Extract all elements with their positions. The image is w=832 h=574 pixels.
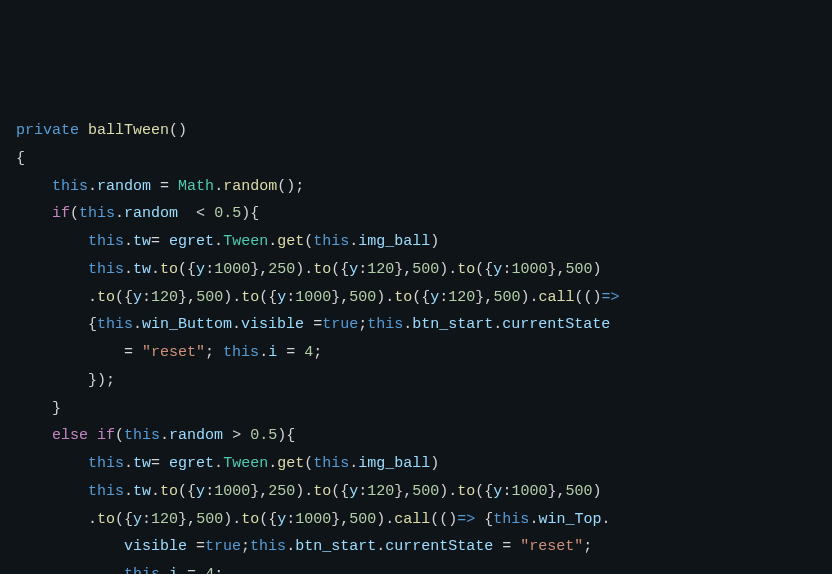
- code-line: this.random = Math.random();: [16, 173, 832, 201]
- code-line: private ballTween(): [16, 117, 832, 145]
- code-line: this.tw.to({y:1000},250).to({y:120},500)…: [16, 478, 832, 506]
- code-line: }: [16, 395, 832, 423]
- code-line: this.tw= egret.Tween.get(this.img_ball): [16, 228, 832, 256]
- code-line: {this.win_Buttom.visible =true;this.btn_…: [16, 311, 832, 339]
- code-line: });: [16, 367, 832, 395]
- code-line: visible =true;this.btn_start.currentStat…: [16, 533, 832, 561]
- code-line: {: [16, 145, 832, 173]
- code-line: = "reset"; this.i = 4;: [16, 339, 832, 367]
- code-line: this.tw.to({y:1000},250).to({y:120},500)…: [16, 256, 832, 284]
- code-line: this.i = 4;: [16, 561, 832, 574]
- keyword: private: [16, 122, 79, 139]
- code-line: else if(this.random > 0.5){: [16, 422, 832, 450]
- code-line: .to({y:120},500).to({y:1000},500).to({y:…: [16, 284, 832, 312]
- code-editor[interactable]: private ballTween(){ this.random = Math.…: [16, 117, 832, 574]
- code-line: this.tw= egret.Tween.get(this.img_ball): [16, 450, 832, 478]
- code-line: .to({y:120},500).to({y:1000},500).call((…: [16, 506, 832, 534]
- function-name: ballTween: [88, 122, 169, 139]
- code-line: if(this.random < 0.5){: [16, 200, 832, 228]
